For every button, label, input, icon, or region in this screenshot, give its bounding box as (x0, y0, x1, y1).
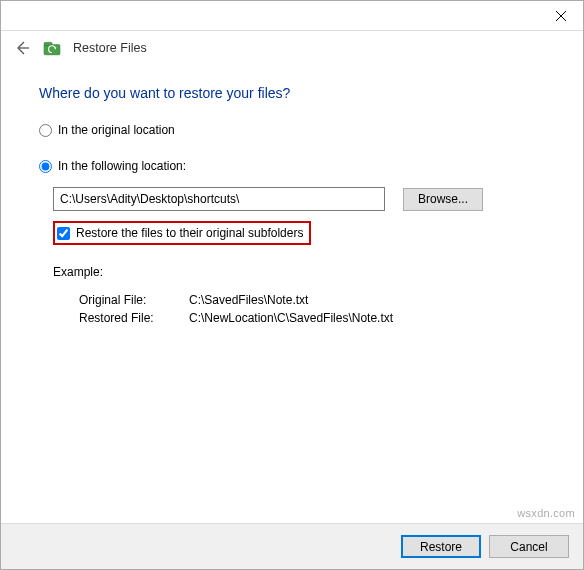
svg-rect-4 (44, 42, 52, 45)
watermark: wsxdn.com (517, 507, 575, 519)
page-heading: Where do you want to restore your files? (39, 85, 545, 101)
back-button[interactable] (13, 39, 31, 57)
radio-following-location[interactable]: In the following location: (39, 159, 545, 173)
radio-original-input[interactable] (39, 124, 52, 137)
example-restored-label: Restored File: (79, 311, 189, 325)
close-icon (556, 11, 566, 21)
radio-following-label: In the following location: (58, 159, 186, 173)
window-title: Restore Files (73, 41, 147, 55)
restore-subfolders-row[interactable]: Restore the files to their original subf… (53, 221, 311, 245)
example-original-label: Original File: (79, 293, 189, 307)
radio-original-location[interactable]: In the original location (39, 123, 545, 137)
titlebar (1, 1, 583, 31)
radio-following-input[interactable] (39, 160, 52, 173)
location-row: Browse... (53, 187, 545, 211)
footer: Restore Cancel (1, 523, 583, 569)
browse-button[interactable]: Browse... (403, 188, 483, 211)
restore-subfolders-label: Restore the files to their original subf… (76, 226, 303, 240)
example-grid: Original File: C:\SavedFiles\Note.txt Re… (79, 293, 545, 325)
example-heading: Example: (53, 265, 545, 279)
example-original-value: C:\SavedFiles\Note.txt (189, 293, 545, 307)
close-button[interactable] (539, 1, 583, 30)
restore-subfolders-checkbox[interactable] (57, 227, 70, 240)
location-path-input[interactable] (53, 187, 385, 211)
restore-button[interactable]: Restore (401, 535, 481, 558)
radio-original-label: In the original location (58, 123, 175, 137)
header-row: Restore Files (1, 31, 583, 69)
example-restored-value: C:\NewLocation\C\SavedFiles\Note.txt (189, 311, 545, 325)
cancel-button[interactable]: Cancel (489, 535, 569, 558)
restore-files-icon (43, 39, 61, 57)
content-area: Where do you want to restore your files?… (1, 69, 583, 325)
back-arrow-icon (14, 40, 30, 56)
